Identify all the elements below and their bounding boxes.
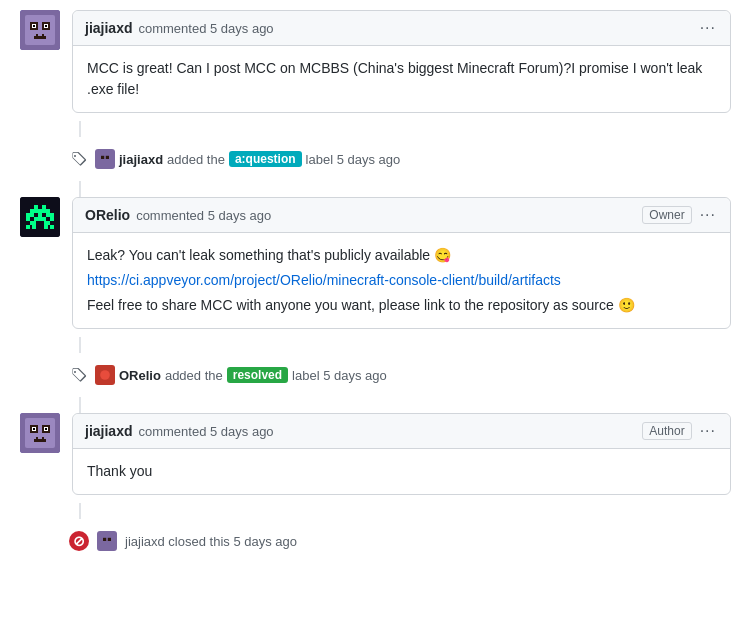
svg-rect-28 (34, 213, 38, 217)
svg-rect-12 (101, 156, 104, 159)
svg-rect-16 (42, 205, 46, 209)
svg-rect-8 (34, 36, 46, 39)
svg-rect-38 (33, 428, 35, 430)
svg-rect-22 (30, 221, 36, 225)
svg-rect-26 (44, 225, 48, 229)
svg-rect-17 (30, 209, 50, 213)
comment-header-2: ORelio commented 5 days ago Owner ··· (73, 198, 730, 233)
comment-body-1: MCC is great! Can I post MCC on MCBBS (C… (73, 46, 730, 112)
svg-rect-6 (33, 25, 35, 27)
closed-avatar (97, 531, 117, 551)
owner-badge: Owner (642, 206, 691, 224)
svg-rect-42 (42, 437, 44, 439)
svg-rect-1 (25, 15, 55, 45)
svg-rect-25 (32, 225, 36, 229)
connector-1 (79, 121, 81, 137)
comment-2: ORelio commented 5 days ago Owner ··· Le… (0, 197, 751, 329)
comment-container-2: ORelio commented 5 days ago Owner ··· Le… (72, 197, 731, 329)
svg-rect-7 (45, 25, 47, 27)
svg-rect-43 (99, 533, 115, 549)
comment-container-3: jiajiaxd commented 5 days ago Author ···… (72, 413, 731, 495)
svg-point-31 (100, 370, 110, 380)
event-user-2[interactable]: ORelio (119, 368, 161, 383)
svg-rect-19 (26, 217, 30, 221)
comment-text-3: Thank you (87, 463, 152, 479)
event-avatar-2 (95, 365, 115, 385)
comment-author-1[interactable]: jiajiaxd (85, 20, 132, 36)
event-avatar-1 (95, 149, 115, 169)
comment-author-2[interactable]: ORelio (85, 207, 130, 223)
avatar-jiajiaxd-1 (20, 10, 60, 50)
comment-1: jiajiaxd commented 5 days ago ··· MCC is… (0, 10, 751, 113)
timeline: jiajiaxd commented 5 days ago ··· MCC is… (0, 0, 751, 573)
connector-5 (79, 503, 81, 519)
label-resolved-tag[interactable]: resolved (227, 367, 288, 383)
closed-icon: ⊘ (69, 531, 89, 551)
comment-menu-2[interactable]: ··· (698, 206, 718, 224)
comment-meta-2: commented 5 days ago (136, 208, 271, 223)
svg-rect-15 (34, 205, 38, 209)
svg-rect-41 (36, 437, 38, 439)
label-icon-1 (71, 151, 87, 167)
svg-rect-45 (108, 538, 111, 541)
svg-rect-11 (97, 151, 113, 167)
comment-body-3: Thank you (73, 449, 730, 494)
svg-rect-18 (26, 213, 54, 217)
svg-rect-40 (34, 439, 46, 442)
comment-header-3: jiajiaxd commented 5 days ago Author ··· (73, 414, 730, 449)
comment-line-1: Leak? You can't leak something that's pu… (87, 245, 716, 266)
comment-body-2: Leak? You can't leak something that's pu… (73, 233, 730, 328)
comment-3: jiajiaxd commented 5 days ago Author ···… (0, 413, 751, 495)
comment-meta-1: commented 5 days ago (138, 21, 273, 36)
comment-author-3[interactable]: jiajiaxd (85, 423, 132, 439)
connector-3 (79, 337, 81, 353)
comment-menu-1[interactable]: ··· (698, 19, 718, 37)
event-text-1: jiajiaxd added the a:question label 5 da… (95, 149, 400, 169)
comment-meta-3: commented 5 days ago (138, 424, 273, 439)
svg-rect-13 (106, 156, 109, 159)
comment-menu-3[interactable]: ··· (698, 422, 718, 440)
svg-rect-21 (50, 217, 54, 221)
svg-rect-20 (34, 217, 46, 221)
event-user-1[interactable]: jiajiaxd (119, 152, 163, 167)
svg-rect-44 (103, 538, 106, 541)
comment-link-1[interactable]: https://ci.appveyor.com/project/ORelio/m… (87, 272, 561, 288)
event-1: jiajiaxd added the a:question label 5 da… (0, 141, 751, 177)
label-icon-2 (71, 367, 87, 383)
comment-text-1: MCC is great! Can I post MCC on MCBBS (C… (87, 60, 702, 97)
svg-rect-27 (50, 225, 54, 229)
svg-rect-9 (36, 34, 38, 36)
closed-event-label: jiajiaxd closed this 5 days ago (125, 534, 297, 549)
avatar-orelio (20, 197, 60, 237)
comment-container-1: jiajiaxd commented 5 days ago ··· MCC is… (72, 10, 731, 113)
connector-4 (79, 397, 81, 413)
author-badge: Author (642, 422, 691, 440)
closed-event-text: jiajiaxd closed this 5 days ago (97, 531, 297, 551)
event-text-2: ORelio added the resolved label 5 days a… (95, 365, 387, 385)
svg-rect-39 (45, 428, 47, 430)
svg-rect-23 (44, 221, 50, 225)
closed-event: ⊘ jiajiaxd closed this 5 days ago (0, 523, 751, 559)
svg-rect-33 (25, 418, 55, 448)
svg-rect-29 (42, 213, 46, 217)
connector-2 (79, 181, 81, 197)
svg-rect-24 (26, 225, 30, 229)
avatar-jiajiaxd-3 (20, 413, 60, 453)
event-2: ORelio added the resolved label 5 days a… (0, 357, 751, 393)
comment-line-3: Feel free to share MCC with anyone you w… (87, 295, 716, 316)
svg-rect-10 (42, 34, 44, 36)
label-question-tag[interactable]: a:question (229, 151, 302, 167)
comment-header-1: jiajiaxd commented 5 days ago ··· (73, 11, 730, 46)
